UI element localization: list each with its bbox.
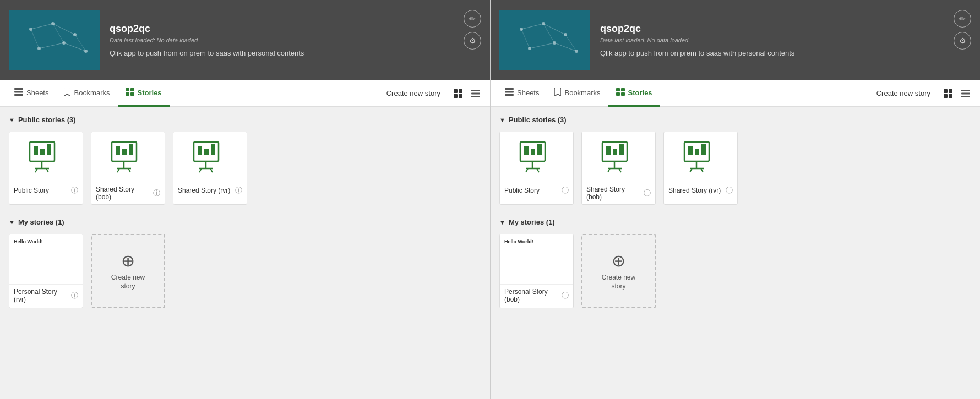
public-stories-grid-left: Public Story ⓘ xyxy=(9,132,481,205)
svg-rect-74 xyxy=(949,89,952,93)
header-actions-left: ✏ ⚙ xyxy=(464,10,481,50)
svg-rect-47 xyxy=(211,144,215,155)
svg-rect-0 xyxy=(9,10,100,70)
public-stories-header-right[interactable]: ▼ Public stories (3) xyxy=(499,116,971,124)
plus-icon-left: ⊕ xyxy=(121,251,135,270)
create-story-card-left[interactable]: ⊕ Create newstory xyxy=(91,234,165,308)
public-stories-grid-right: Public Story ⓘ xyxy=(499,132,971,205)
svg-rect-21 xyxy=(454,89,458,93)
svg-rect-25 xyxy=(471,90,480,91)
app-description-left: Qlik app to push from on prem to saas wi… xyxy=(110,49,481,57)
tab-bookmarks-left[interactable]: Bookmarks xyxy=(56,80,117,107)
header-actions-right: ✏ ⚙ xyxy=(954,10,971,50)
tab-bookmarks-right[interactable]: Bookmarks xyxy=(547,80,608,107)
svg-rect-31 xyxy=(47,144,51,155)
edit-button-left[interactable]: ✏ xyxy=(464,10,481,28)
public-stories-label-left: Public stories (3) xyxy=(18,116,76,124)
stories-icon-right xyxy=(616,88,625,97)
story-card-public-right[interactable]: Public Story ⓘ xyxy=(499,132,574,205)
svg-rect-38 xyxy=(122,149,127,155)
create-new-story-top-right[interactable]: Create new story xyxy=(872,87,935,100)
tabs-bar-right: Sheets Bookmarks Stories Create new stor… xyxy=(491,80,980,107)
edit-button-right[interactable]: ✏ xyxy=(954,10,971,28)
story-label-shared-rvr-right: Shared Story (rvr) ⓘ xyxy=(664,182,737,199)
app-description-right: Qlik app to push from on prem to saas wi… xyxy=(600,49,971,57)
svg-rect-68 xyxy=(505,94,514,96)
panel-right: qsop2qc Data last loaded: No data loaded… xyxy=(490,0,980,399)
svg-rect-37 xyxy=(116,146,120,155)
grid-view-btn-left[interactable] xyxy=(450,86,466,101)
story-card-shared-rvr-left[interactable]: Shared Story (rvr) ⓘ xyxy=(173,132,247,205)
info-icon-bob-left[interactable]: ⓘ xyxy=(153,188,160,198)
svg-rect-72 xyxy=(621,92,625,96)
create-story-card-right[interactable]: ⊕ Create newstory xyxy=(581,234,656,308)
svg-rect-19 xyxy=(126,92,129,96)
my-stories-label-left: My stories (1) xyxy=(18,218,64,226)
app-title-right: qsop2qc xyxy=(600,23,971,35)
story-label-shared-bob-left: Shared Story (bob) ⓘ xyxy=(91,182,165,204)
list-view-btn-left[interactable] xyxy=(468,86,483,101)
svg-rect-26 xyxy=(471,92,480,94)
tab-sheets-right[interactable]: Sheets xyxy=(497,80,547,107)
story-thumb-public-right xyxy=(500,132,573,182)
tab-sheets-label-left: Sheets xyxy=(26,89,48,97)
svg-rect-98 xyxy=(695,149,699,155)
svg-rect-69 xyxy=(616,88,620,91)
app-info-right: qsop2qc Data last loaded: No data loaded… xyxy=(600,23,971,57)
info-icon-rvr-right[interactable]: ⓘ xyxy=(726,185,733,195)
info-icon-personal-right[interactable]: ⓘ xyxy=(562,291,569,300)
svg-rect-67 xyxy=(505,91,514,92)
app-thumbnail-left[interactable] xyxy=(9,10,100,70)
info-icon-personal-left[interactable]: ⓘ xyxy=(71,291,78,300)
story-card-shared-rvr-right[interactable]: Shared Story (rvr) ⓘ xyxy=(663,132,738,205)
info-icon-public-right[interactable]: ⓘ xyxy=(562,185,569,195)
settings-button-right[interactable]: ⚙ xyxy=(954,32,971,50)
story-card-shared-bob-right[interactable]: Shared Story (bob) ⓘ xyxy=(581,132,656,205)
tab-sheets-left[interactable]: Sheets xyxy=(7,80,56,107)
my-stories-grid-right: Hello World! — — — — — — — — — — — — — P… xyxy=(499,234,971,308)
chevron-public-left: ▼ xyxy=(9,117,15,123)
svg-rect-39 xyxy=(129,144,133,155)
svg-rect-81 xyxy=(524,146,529,155)
personal-story-card-right[interactable]: Hello World! — — — — — — — — — — — — — P… xyxy=(499,234,574,308)
app-header-left: qsop2qc Data last loaded: No data loaded… xyxy=(0,0,490,80)
create-new-story-top-left[interactable]: Create new story xyxy=(382,87,445,100)
story-thumb-shared-bob-left xyxy=(91,132,165,182)
svg-rect-45 xyxy=(198,146,202,155)
story-card-shared-bob-left[interactable]: Shared Story (bob) ⓘ xyxy=(91,132,165,205)
info-icon-rvr-left[interactable]: ⓘ xyxy=(235,185,242,195)
content-area-left: ▼ Public stories (3) xyxy=(0,107,490,399)
grid-view-btn-right[interactable] xyxy=(940,86,956,101)
info-icon-public-left[interactable]: ⓘ xyxy=(71,185,78,195)
story-label-public-right: Public Story ⓘ xyxy=(500,182,573,199)
tab-bookmarks-label-right: Bookmarks xyxy=(564,89,600,97)
svg-rect-30 xyxy=(40,149,45,155)
tab-stories-right[interactable]: Stories xyxy=(608,80,660,107)
story-thumb-shared-rvr-left xyxy=(173,132,247,182)
list-view-btn-right[interactable] xyxy=(958,86,973,101)
public-stories-header-left[interactable]: ▼ Public stories (3) xyxy=(9,116,481,124)
my-stories-grid-left: Hello World! — — — — — — — — — — — — — P… xyxy=(9,234,481,308)
my-stories-header-left[interactable]: ▼ My stories (1) xyxy=(9,218,481,226)
settings-button-left[interactable]: ⚙ xyxy=(464,32,481,50)
tab-stories-left[interactable]: Stories xyxy=(118,80,170,107)
app-thumbnail-right[interactable] xyxy=(499,10,590,70)
content-area-right: ▼ Public stories (3) xyxy=(491,107,980,399)
personal-story-card-left[interactable]: Hello World! — — — — — — — — — — — — — P… xyxy=(9,234,83,308)
info-icon-bob-right[interactable]: ⓘ xyxy=(644,188,651,198)
svg-rect-71 xyxy=(616,92,620,96)
public-stories-label-right: Public stories (3) xyxy=(509,116,567,124)
chevron-my-left: ▼ xyxy=(9,219,15,226)
svg-rect-23 xyxy=(454,94,458,98)
svg-rect-18 xyxy=(130,88,134,91)
svg-rect-29 xyxy=(34,146,38,155)
tabs-bar-left: Sheets Bookmarks Stories Create new stor… xyxy=(0,80,490,107)
view-toggle-left xyxy=(450,86,483,101)
story-label-shared-rvr-left: Shared Story (rvr) ⓘ xyxy=(173,182,247,199)
my-stories-header-right[interactable]: ▼ My stories (1) xyxy=(499,218,971,226)
app-info-left: qsop2qc Data last loaded: No data loaded… xyxy=(110,23,481,57)
app-header-right: qsop2qc Data last loaded: No data loaded… xyxy=(491,0,980,80)
create-label-left: Create newstory xyxy=(111,274,145,291)
story-label-shared-bob-right: Shared Story (bob) ⓘ xyxy=(582,182,655,204)
story-card-public-left[interactable]: Public Story ⓘ xyxy=(9,132,83,205)
